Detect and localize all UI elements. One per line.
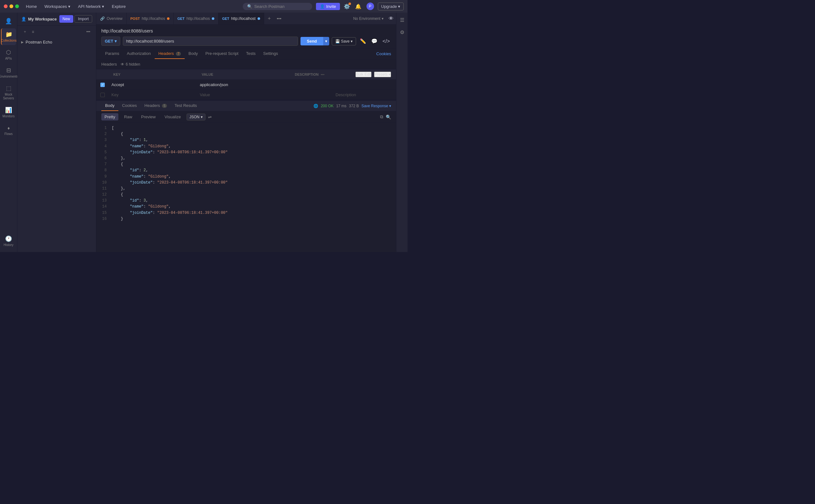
- search-response-button[interactable]: 🔍: [386, 114, 391, 120]
- url-input[interactable]: [123, 37, 298, 46]
- invite-button[interactable]: 👤 Invite: [316, 3, 340, 10]
- user-icon: 👤: [5, 18, 12, 25]
- params-tab[interactable]: Params: [101, 49, 123, 59]
- add-tab-button[interactable]: ＋: [264, 15, 274, 22]
- close-button[interactable]: [4, 4, 8, 8]
- save-response-button[interactable]: Save Response ▾: [361, 104, 391, 108]
- explore-nav[interactable]: Explore: [108, 3, 129, 10]
- header-row-1: ✓ Accept application/json: [96, 80, 396, 90]
- response-status-bar: 🌐 200 OK 17 ms 372 B Save Response ▾: [314, 104, 391, 108]
- authorization-tab[interactable]: Authorization: [123, 49, 155, 59]
- row-value-placeholder[interactable]: Value: [197, 90, 333, 100]
- tab-get1[interactable]: GET http://localhos: [173, 13, 219, 25]
- workspace-name: 👤 My Workspace: [21, 17, 57, 21]
- sidebar-item-apis[interactable]: ⬡ APIs: [1, 46, 16, 63]
- visualize-tab[interactable]: Visualize: [161, 113, 184, 120]
- sidebar-item-environments[interactable]: ⊟ Environments: [1, 64, 16, 81]
- maximize-button[interactable]: [15, 4, 19, 8]
- sidebar-item-user[interactable]: 👤: [1, 15, 16, 27]
- chevron-right-icon: ▶: [21, 40, 24, 44]
- hidden-headers-badge: 👁 6 hidden: [120, 62, 140, 67]
- request-url-title: http://localhost:8088/users: [101, 28, 391, 33]
- filter-collections-button[interactable]: ≡: [30, 28, 36, 35]
- comment-button[interactable]: 💬: [370, 37, 379, 45]
- upgrade-button[interactable]: Upgrade ▾: [378, 3, 404, 10]
- tab-unsaved-dot: [167, 17, 169, 20]
- preview-tab[interactable]: Preview: [138, 113, 159, 120]
- code-button[interactable]: </>: [381, 37, 391, 45]
- api-network-nav[interactable]: API Network ▾: [75, 3, 107, 10]
- sidebar-item-mock-servers[interactable]: ⬚ Mock Servers: [1, 82, 16, 103]
- tests-tab[interactable]: Tests: [242, 49, 259, 59]
- send-dropdown-button[interactable]: ▾: [323, 37, 329, 45]
- row-key-placeholder[interactable]: Key: [109, 90, 197, 100]
- environment-selector[interactable]: No Environment ▾: [349, 16, 387, 21]
- pretty-tab[interactable]: Pretty: [101, 113, 118, 120]
- row-checkbox-1[interactable]: ✓: [96, 83, 109, 87]
- sidebar-item-flows[interactable]: ⬧ Flows: [1, 122, 16, 138]
- cookies-link[interactable]: Cookies: [376, 51, 391, 56]
- right-panel-button[interactable]: ☰: [398, 15, 406, 25]
- settings-tab[interactable]: Settings: [260, 49, 282, 59]
- response-body-code: 1 [ 2 { 3 "id": 1, 4 "name": "Gildong",: [96, 123, 396, 252]
- workspaces-nav[interactable]: Workspaces ▾: [41, 3, 73, 10]
- send-button[interactable]: Send: [301, 37, 323, 45]
- body-tab[interactable]: Body: [185, 49, 202, 59]
- headers-tab[interactable]: Headers 7: [155, 49, 185, 59]
- tab-overview[interactable]: 🔗 Overview: [96, 13, 126, 25]
- right-settings-button[interactable]: ⚙: [398, 27, 406, 37]
- environment-eye-button[interactable]: 👁: [387, 15, 395, 23]
- titlebar: Home Workspaces ▾ API Network ▾ Explore …: [0, 0, 408, 13]
- chevron-down-icon: ▾: [201, 115, 202, 119]
- notification-dot: [349, 3, 351, 5]
- pre-request-tab[interactable]: Pre-request Script: [202, 49, 243, 59]
- copy-response-button[interactable]: ⧉: [380, 114, 383, 120]
- left-panel: 👤 My Workspace New Import ＋ ≡ ••• ▶ Post…: [17, 13, 96, 252]
- format-selector[interactable]: JSON ▾: [186, 114, 206, 120]
- filter-button[interactable]: ⇌: [208, 114, 212, 120]
- tab-post[interactable]: POST http://localhos: [126, 13, 173, 25]
- row-desc-1[interactable]: [333, 82, 396, 87]
- presets-button[interactable]: Presets ▾: [374, 72, 391, 77]
- status-code: 200 OK: [321, 104, 334, 108]
- response-headers-tab[interactable]: Headers 5: [141, 101, 171, 111]
- notifications-button[interactable]: 🔔: [354, 2, 363, 11]
- row-checkbox-2[interactable]: [96, 93, 109, 97]
- collections-more-button[interactable]: •••: [84, 29, 92, 35]
- sidebar-item-collections[interactable]: 📁 Collections: [1, 28, 16, 45]
- minimize-button[interactable]: [9, 4, 13, 8]
- response-body-tab[interactable]: Body: [101, 101, 118, 111]
- row-value-1[interactable]: application/json: [197, 80, 333, 90]
- row-desc-placeholder[interactable]: Description: [333, 90, 396, 100]
- mock-servers-icon: ⬚: [6, 85, 11, 92]
- key-column-header: KEY: [111, 71, 199, 78]
- response-test-results-tab[interactable]: Test Results: [171, 101, 201, 111]
- settings-button[interactable]: ⚙️: [343, 2, 351, 11]
- new-button[interactable]: New: [59, 15, 73, 23]
- tab-get2[interactable]: GET http://localhost: [219, 13, 264, 25]
- value-column-header: VALUE: [199, 71, 292, 78]
- collections-header: ＋ ≡ •••: [17, 26, 96, 38]
- raw-tab[interactable]: Raw: [121, 113, 135, 120]
- sidebar-item-monitors[interactable]: 📊 Monitors: [1, 104, 16, 121]
- profile-button[interactable]: P: [365, 1, 375, 11]
- edit-icon-button[interactable]: ✏️: [359, 37, 367, 45]
- row-key-1[interactable]: Accept: [109, 80, 197, 90]
- home-nav[interactable]: Home: [23, 3, 40, 10]
- headers-bar: Headers 👁 6 hidden: [96, 59, 396, 69]
- bulk-edit-button[interactable]: Bulk Edit: [355, 72, 372, 77]
- more-tabs-button[interactable]: •••: [274, 16, 284, 21]
- user-avatar: 👤: [21, 17, 26, 21]
- collection-name: Postman Echo: [26, 40, 52, 44]
- add-collection-button[interactable]: ＋: [21, 28, 29, 35]
- method-selector[interactable]: GET ▾: [101, 37, 120, 46]
- desc-column-header: DESCRIPTION •••: [292, 71, 355, 78]
- save-button[interactable]: 💾 Save ▾: [332, 37, 356, 45]
- search-bar[interactable]: 🔍 Search Postman: [243, 3, 312, 10]
- collection-item-postman-echo[interactable]: ▶ Postman Echo: [17, 38, 96, 46]
- headers-label: Headers: [101, 62, 117, 67]
- sidebar-item-history[interactable]: 🕐 History: [1, 233, 16, 249]
- response-cookies-tab[interactable]: Cookies: [118, 101, 141, 111]
- history-icon: 🕐: [5, 235, 12, 242]
- import-button[interactable]: Import: [74, 15, 92, 23]
